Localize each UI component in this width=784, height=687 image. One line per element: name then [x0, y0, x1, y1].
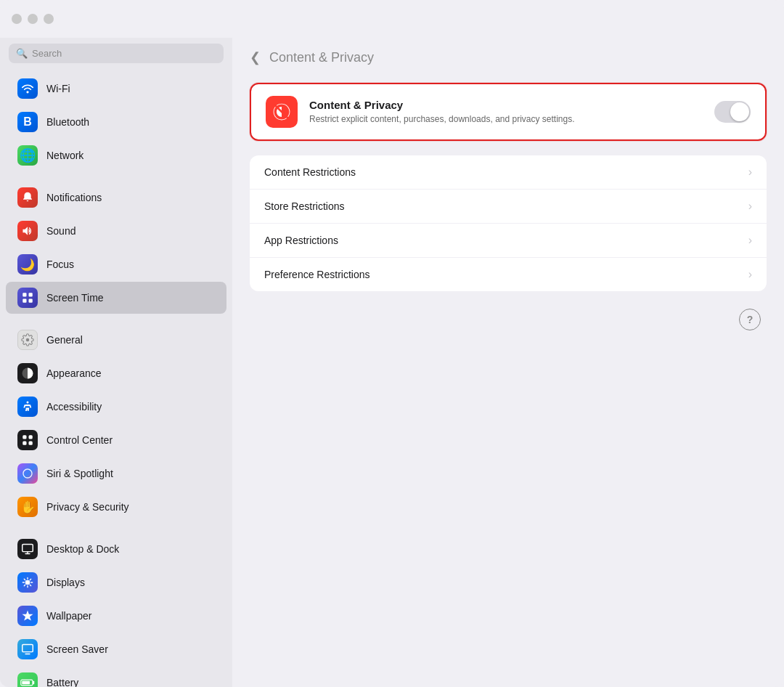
sound-icon: [17, 221, 38, 241]
sidebar-item-accessibility-label: Accessibility: [46, 401, 102, 412]
notifications-icon: [17, 187, 38, 208]
sidebar-item-controlcenter-label: Control Center: [46, 434, 113, 446]
content-header: ❮ Content & Privacy: [232, 38, 784, 77]
sidebar-item-appearance[interactable]: Appearance: [6, 357, 226, 389]
svg-rect-11: [23, 544, 33, 551]
minimize-button[interactable]: [28, 14, 38, 24]
svg-rect-0: [23, 293, 26, 296]
restriction-list: Content Restrictions › Store Restriction…: [250, 155, 767, 291]
content-privacy-toggle[interactable]: [714, 101, 751, 123]
content-privacy-card: Content & Privacy Restrict explicit cont…: [250, 83, 767, 141]
sidebar-item-network-label: Network: [46, 150, 83, 161]
sidebar-item-notifications[interactable]: Notifications: [6, 182, 226, 214]
sidebar-item-general[interactable]: General: [6, 324, 226, 356]
svg-rect-3: [29, 299, 33, 303]
sidebar-item-displays[interactable]: Displays: [6, 566, 226, 598]
svg-rect-8: [29, 435, 33, 439]
svg-point-4: [26, 338, 30, 342]
toggle-thumb: [730, 102, 749, 121]
content-body: Content & Privacy Restrict explicit cont…: [232, 77, 784, 348]
sidebar: 🔍 Search Wi-Fi B Bluetoo: [0, 38, 232, 687]
wallpaper-icon: [17, 606, 38, 626]
sidebar-item-network[interactable]: 🌐 Network: [6, 139, 226, 171]
privacy-card-title: Content & Privacy: [309, 99, 703, 111]
sidebar-item-sound-label: Sound: [46, 225, 75, 237]
sidebar-item-battery[interactable]: Battery: [6, 667, 226, 687]
sidebar-item-privacy-label: Privacy & Security: [46, 501, 129, 513]
content-area: ❮ Content & Privacy Content & Priva: [232, 38, 784, 687]
svg-rect-7: [23, 435, 26, 439]
sidebar-item-bluetooth-label: Bluetooth: [46, 116, 89, 128]
content-restrictions-row[interactable]: Content Restrictions ›: [250, 155, 767, 190]
sidebar-item-focus-label: Focus: [46, 259, 74, 270]
sidebar-item-desktop-label: Desktop & Dock: [46, 543, 119, 555]
svg-rect-2: [23, 299, 26, 303]
preference-restrictions-row[interactable]: Preference Restrictions ›: [250, 258, 767, 291]
store-restrictions-chevron: ›: [748, 200, 752, 213]
back-button[interactable]: ❮: [250, 49, 261, 65]
svg-point-12: [25, 580, 30, 585]
sidebar-item-wifi[interactable]: Wi-Fi: [6, 73, 226, 105]
appearance-icon: [17, 363, 38, 383]
battery-icon: [17, 672, 38, 687]
general-icon: [17, 330, 38, 350]
desktop-icon: [17, 539, 38, 559]
app-restrictions-row[interactable]: App Restrictions ›: [250, 224, 767, 258]
sidebar-item-accessibility[interactable]: Accessibility: [6, 391, 226, 423]
fullscreen-button[interactable]: [44, 14, 54, 24]
siri-icon: [17, 463, 38, 484]
store-restrictions-row[interactable]: Store Restrictions ›: [250, 190, 767, 224]
sidebar-item-desktop[interactable]: Desktop & Dock: [6, 533, 226, 565]
app-restrictions-label: App Restrictions: [264, 235, 748, 246]
search-icon: 🔍: [16, 48, 28, 59]
sidebar-item-sound[interactable]: Sound: [6, 215, 226, 247]
sidebar-item-wallpaper[interactable]: Wallpaper: [6, 600, 226, 632]
sidebar-item-screentime[interactable]: Screen Time: [6, 282, 226, 314]
app-restrictions-chevron: ›: [748, 234, 752, 247]
content-restrictions-chevron: ›: [748, 166, 752, 179]
privacy-card-text: Content & Privacy Restrict explicit cont…: [309, 99, 703, 126]
privacy-card-description: Restrict explicit content, purchases, do…: [309, 113, 703, 126]
store-restrictions-label: Store Restrictions: [264, 200, 748, 212]
content-page-title: Content & Privacy: [269, 50, 374, 65]
privacy-icon: ✋: [17, 497, 38, 517]
svg-rect-10: [29, 442, 33, 445]
sidebar-item-appearance-label: Appearance: [46, 367, 102, 379]
bluetooth-icon: B: [17, 112, 38, 132]
preference-restrictions-chevron: ›: [748, 268, 752, 281]
preference-restrictions-label: Preference Restrictions: [264, 269, 748, 280]
sidebar-item-screentime-label: Screen Time: [46, 292, 104, 304]
accessibility-icon: [17, 397, 38, 417]
svg-rect-16: [22, 681, 30, 685]
sidebar-item-controlcenter[interactable]: Control Center: [6, 424, 226, 456]
content-privacy-icon: [266, 96, 298, 128]
svg-rect-9: [23, 442, 26, 445]
content-restrictions-label: Content Restrictions: [264, 166, 748, 178]
sidebar-item-focus[interactable]: 🌙 Focus: [6, 248, 226, 280]
sidebar-item-battery-label: Battery: [46, 677, 78, 687]
wifi-icon: [17, 78, 38, 99]
sidebar-item-bluetooth[interactable]: B Bluetooth: [6, 106, 226, 138]
screensaver-icon: [17, 639, 38, 659]
svg-rect-15: [33, 681, 34, 685]
screentime-icon: [17, 288, 38, 308]
sidebar-item-screensaver[interactable]: Screen Saver: [6, 633, 226, 665]
sidebar-item-privacy[interactable]: ✋ Privacy & Security: [6, 491, 226, 523]
close-button[interactable]: [12, 14, 22, 24]
sidebar-item-screensaver-label: Screen Saver: [46, 643, 108, 655]
svg-rect-13: [23, 644, 33, 651]
main-layout: 🔍 Search Wi-Fi B Bluetoo: [0, 38, 784, 687]
search-bar[interactable]: 🔍 Search: [9, 44, 224, 63]
sidebar-item-siri[interactable]: Siri & Spotlight: [6, 458, 226, 489]
help-button[interactable]: ?: [739, 309, 761, 330]
sidebar-item-siri-label: Siri & Spotlight: [46, 468, 113, 479]
sidebar-item-displays-label: Displays: [46, 577, 85, 588]
svg-rect-1: [29, 293, 33, 296]
title-bar: [0, 0, 784, 38]
svg-point-6: [27, 402, 29, 404]
settings-window: 🔍 Search Wi-Fi B Bluetoo: [0, 0, 784, 687]
focus-icon: 🌙: [17, 254, 38, 275]
controlcenter-icon: [17, 430, 38, 450]
sidebar-item-wallpaper-label: Wallpaper: [46, 610, 92, 622]
traffic-lights: [12, 14, 54, 24]
